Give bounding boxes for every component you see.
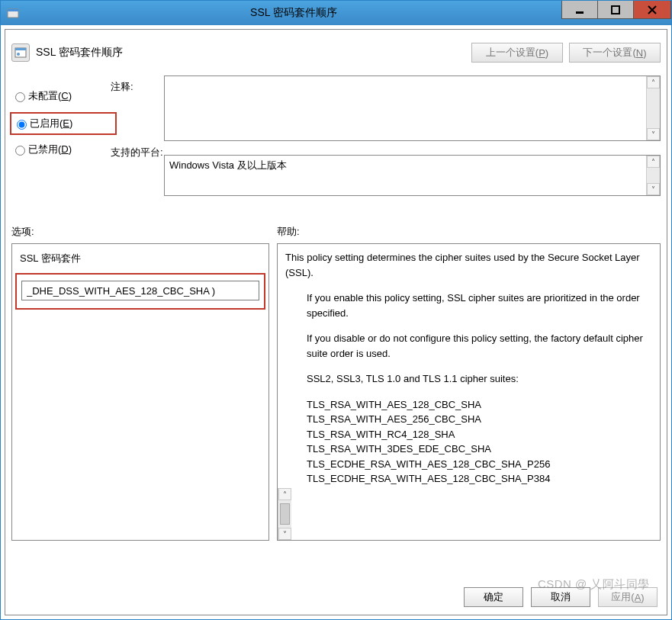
comments-textarea[interactable]: ˄ ˅ <box>164 75 661 141</box>
cipher-suite-entry: TLS_RSA_WITH_AES_128_CBC_SHA <box>285 397 652 413</box>
scroll-down-icon[interactable]: ˅ <box>647 128 660 140</box>
next-setting-button[interactable]: 下一个设置(N) <box>569 43 661 63</box>
scroll-up-icon[interactable]: ˄ <box>278 488 291 500</box>
help-label: 帮助: <box>277 225 300 239</box>
minimize-button[interactable] <box>561 1 598 19</box>
comments-label: 注释: <box>111 80 164 94</box>
header-row: SSL 密码套件顺序 上一个设置(P) 下一个设置(N) <box>11 34 661 71</box>
policy-icon <box>11 43 30 62</box>
supported-label: 支持的平台: <box>111 146 164 159</box>
titlebar: SSL 密码套件顺序 <box>1 1 671 25</box>
ok-button[interactable]: 确定 <box>464 587 523 607</box>
svg-rect-3 <box>612 6 619 14</box>
config-block: 未配置(C) 已启用(E) 已禁用(D) 注释: 支持的平台: <box>11 75 661 211</box>
cipher-suite-list: TLS_RSA_WITH_AES_128_CBC_SHATLS_RSA_WITH… <box>285 397 652 489</box>
cipher-suite-entry: TLS_ECDHE_RSA_WITH_AES_128_CBC_SHA_P256 <box>285 457 652 472</box>
help-p1: This policy setting determines the ciphe… <box>285 250 652 280</box>
radio-enabled[interactable]: 已启用(E) <box>13 117 109 130</box>
svg-rect-1 <box>8 9 18 11</box>
radio-not-configured[interactable]: 未配置(C) <box>11 89 111 103</box>
client-area: SSL 密码套件顺序 上一个设置(P) 下一个设置(N) 未配置(C) 已启用(… <box>5 29 667 615</box>
scroll-down-icon[interactable]: ˅ <box>278 528 291 540</box>
enabled-highlight: 已启用(E) <box>10 112 117 135</box>
supported-platforms-box: Windows Vista 及以上版本 ˄ ˅ <box>164 155 661 196</box>
footer: 确定 取消 应用(A) <box>11 580 661 609</box>
cipher-suite-entry: TLS_ECDHE_RSA_WITH_AES_128_CBC_SHA_P521 <box>285 487 652 489</box>
maximize-button[interactable] <box>597 1 634 19</box>
help-p3: If you disable or do not configure this … <box>285 331 652 361</box>
svg-rect-5 <box>15 48 26 50</box>
radio-disabled-label: 已禁用(D) <box>28 143 72 156</box>
window-title: SSL 密码套件顺序 <box>25 6 562 20</box>
scroll-down-icon[interactable]: ˅ <box>647 183 660 195</box>
window-frame: SSL 密码套件顺序 SSL 密码套件顺序 上一个设置(P) 下一个设置(N) <box>0 0 672 620</box>
radio-column: 未配置(C) 已启用(E) 已禁用(D) <box>11 75 111 211</box>
help-p2: If you enable this policy setting, SSL c… <box>285 291 652 320</box>
ssl-cipher-suites-input[interactable] <box>21 281 259 300</box>
cipher-suite-entry: TLS_ECDHE_RSA_WITH_AES_128_CBC_SHA_P384 <box>285 471 652 487</box>
radio-disabled-input[interactable] <box>15 146 25 156</box>
fields-column: ˄ ˅ Windows Vista 及以上版本 ˄ ˅ <box>164 75 661 211</box>
cancel-button[interactable]: 取消 <box>531 587 590 607</box>
cipher-suite-entry: TLS_RSA_WITH_3DES_EDE_CBC_SHA <box>285 442 652 457</box>
close-button[interactable] <box>633 1 671 19</box>
help-text: This policy setting determines the ciphe… <box>278 244 660 488</box>
supported-platforms-text: Windows Vista 及以上版本 <box>165 156 646 201</box>
field-labels: 注释: 支持的平台: <box>111 75 164 211</box>
radio-disabled[interactable]: 已禁用(D) <box>11 143 111 156</box>
options-pane: SSL 密码套件 <box>11 243 269 541</box>
window-controls <box>562 1 671 25</box>
scroll-thumb[interactable] <box>280 503 290 525</box>
options-label: 选项: <box>11 225 277 239</box>
radio-not-configured-input[interactable] <box>15 92 25 102</box>
svg-point-6 <box>17 53 20 56</box>
platform-scrollbar[interactable]: ˄ ˅ <box>646 156 660 195</box>
help-scrollbar[interactable]: ˄ ˅ <box>278 488 291 540</box>
section-labels: 选项: 帮助: <box>11 225 661 239</box>
lower-panes: SSL 密码套件 This policy setting determines … <box>11 243 661 580</box>
titlebar-icon <box>1 7 25 19</box>
radio-enabled-input[interactable] <box>17 120 27 130</box>
comments-scrollbar[interactable]: ˄ ˅ <box>646 76 660 140</box>
scroll-up-icon[interactable]: ˄ <box>647 156 660 168</box>
apply-button[interactable]: 应用(A) <box>598 587 658 607</box>
policy-title: SSL 密码套件顺序 <box>36 46 465 59</box>
radio-enabled-label: 已启用(E) <box>30 117 72 130</box>
options-group-title: SSL 密码套件 <box>20 252 261 265</box>
radio-not-configured-label: 未配置(C) <box>28 89 72 103</box>
previous-setting-button[interactable]: 上一个设置(P) <box>471 43 563 63</box>
svg-rect-2 <box>576 11 584 14</box>
cipher-suite-entry: TLS_RSA_WITH_AES_256_CBC_SHA <box>285 412 652 427</box>
cipher-suite-entry: TLS_RSA_WITH_RC4_128_SHA <box>285 427 652 442</box>
scroll-up-icon[interactable]: ˄ <box>647 76 660 88</box>
help-pane: This policy setting determines the ciphe… <box>277 243 661 541</box>
help-p4: SSL2, SSL3, TLS 1.0 and TLS 1.1 cipher s… <box>285 371 652 387</box>
cipher-input-highlight <box>15 273 265 310</box>
